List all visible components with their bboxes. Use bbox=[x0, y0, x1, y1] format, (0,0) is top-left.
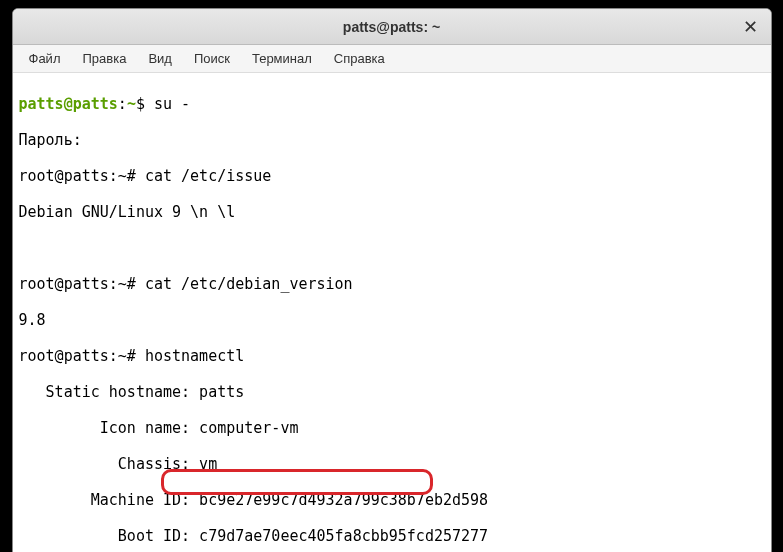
menu-view[interactable]: Вид bbox=[138, 47, 182, 70]
hostnamectl-line: Static hostname: patts bbox=[19, 383, 765, 401]
titlebar[interactable]: patts@patts: ~ ✕ bbox=[13, 9, 771, 45]
menu-edit[interactable]: Правка bbox=[72, 47, 136, 70]
close-icon[interactable]: ✕ bbox=[741, 16, 761, 38]
password-label: Пароль: bbox=[19, 131, 765, 149]
root-prompt: root@patts:~# bbox=[19, 347, 145, 365]
menu-terminal[interactable]: Терминал bbox=[242, 47, 322, 70]
root-prompt: root@patts:~# bbox=[19, 167, 145, 185]
hostnamectl-line: Icon name: computer-vm bbox=[19, 419, 765, 437]
prompt-user: patts@patts bbox=[19, 95, 118, 113]
window-title: patts@patts: ~ bbox=[343, 19, 440, 35]
cmd-su: su - bbox=[154, 95, 190, 113]
prompt-symbol: $ bbox=[136, 95, 154, 113]
output-debversion: 9.8 bbox=[19, 311, 765, 329]
hostnamectl-line: Machine ID: bc9e27e99c7d4932a799c38b7eb2… bbox=[19, 491, 765, 509]
prompt-path: ~ bbox=[127, 95, 136, 113]
prompt-sep: : bbox=[118, 95, 127, 113]
hostnamectl-line: Boot ID: c79d7ae70eec405fa8cbb95fcd25727… bbox=[19, 527, 765, 545]
menu-search[interactable]: Поиск bbox=[184, 47, 240, 70]
hostnamectl-line: Chassis: vm bbox=[19, 455, 765, 473]
terminal-window: patts@patts: ~ ✕ Файл Правка Вид Поиск Т… bbox=[12, 8, 772, 552]
menubar: Файл Правка Вид Поиск Терминал Справка bbox=[13, 45, 771, 73]
terminal-area[interactable]: patts@patts:~$ su - Пароль: root@patts:~… bbox=[13, 73, 771, 552]
menu-help[interactable]: Справка bbox=[324, 47, 395, 70]
cmd-cat-debversion: cat /etc/debian_version bbox=[145, 275, 353, 293]
menu-file[interactable]: Файл bbox=[19, 47, 71, 70]
cmd-hostnamectl: hostnamectl bbox=[145, 347, 244, 365]
root-prompt: root@patts:~# bbox=[19, 275, 145, 293]
output-issue: Debian GNU/Linux 9 \n \l bbox=[19, 203, 765, 221]
cmd-cat-issue: cat /etc/issue bbox=[145, 167, 271, 185]
